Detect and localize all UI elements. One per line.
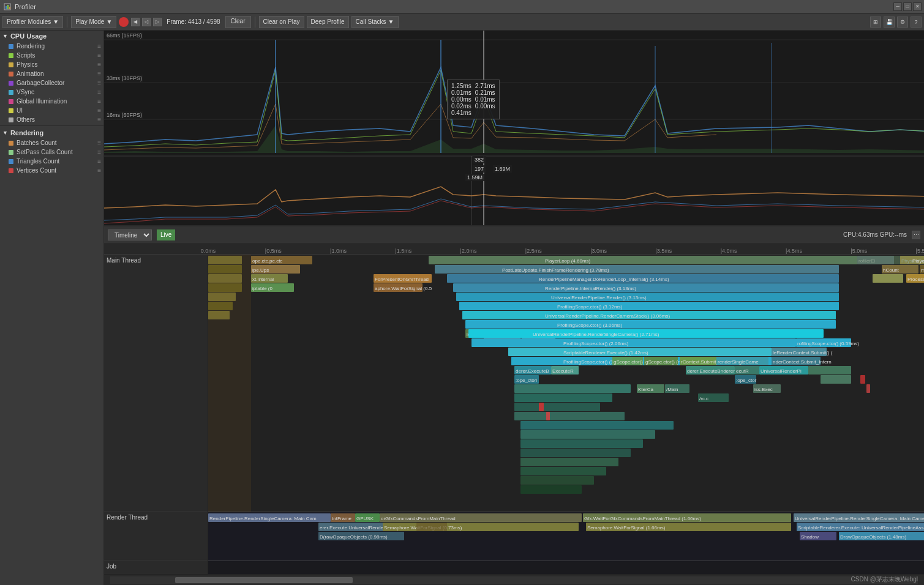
maximize-btn[interactable]: □ xyxy=(903,2,912,11)
record-button[interactable] xyxy=(119,17,129,27)
counter-label-159m: 1.59M xyxy=(465,174,484,181)
ruler-45ms: |4.5ms xyxy=(786,248,802,254)
ui-label: UI xyxy=(17,107,96,114)
ruler-35ms: |3.5ms xyxy=(656,248,672,254)
setpass-color xyxy=(9,150,13,155)
title-bar: Profiler ─ □ ✕ xyxy=(0,0,924,13)
svg-text:PostLateUpdate.FinishFrameRend: PostLateUpdate.FinishFrameRendering (3.7… xyxy=(502,267,609,273)
layout-icon-btn[interactable]: ⊞ xyxy=(870,17,881,28)
gi-menu-icon: ≡ xyxy=(97,98,101,105)
svg-text:derer.ExecuteB: derer.ExecuteB xyxy=(516,368,549,374)
cpu-usage-label: CPU Usage xyxy=(10,32,47,40)
main-thread-label: Main Thread xyxy=(104,255,208,512)
sidebar-item-rendering[interactable]: Rendering ≡ xyxy=(0,42,103,51)
modules-dropdown[interactable]: Profiler Modules ▼ xyxy=(2,16,63,28)
main-layout: ▼ CPU Usage Rendering ≡ Scripts ≡ Physic… xyxy=(0,31,924,585)
minimize-btn[interactable]: ─ xyxy=(893,2,902,11)
sidebar-divider-1 xyxy=(0,125,103,126)
ruler-2ms: |2.0ms xyxy=(460,248,477,254)
horizontal-scrollbar[interactable] xyxy=(110,576,918,584)
svg-text:D(rawOpaqueObjects (0.98ms): D(rawOpaqueObjects (0.98ms) xyxy=(320,534,388,540)
svg-text:ForPresentOnGfxThread: ForPresentOnGfxThread xyxy=(375,277,429,282)
sidebar-item-setpass[interactable]: SetPass Calls Count ≡ xyxy=(0,147,103,157)
rendering-label: Rendering xyxy=(17,43,96,50)
sidebar-item-vsync[interactable]: VSync ≡ xyxy=(0,88,103,97)
svg-text:RenderPipeline.RenderSingleCam: RenderPipeline.RenderSingleCamera: Main … xyxy=(209,516,317,521)
sidebar-item-gi[interactable]: Global Illumination ≡ xyxy=(0,97,103,106)
sidebar: ▼ CPU Usage Rendering ≡ Scripts ≡ Physic… xyxy=(0,31,104,585)
settings-icon-btn[interactable]: ⚙ xyxy=(897,17,908,28)
svg-text:/rc.c: /rc.c xyxy=(699,396,708,401)
svg-text:PlayerLoop (4.60ms): PlayerLoop (4.60ms) xyxy=(545,258,591,264)
svg-rect-2 xyxy=(7,5,9,9)
content-area: 66ms (15FPS) 33ms (30FPS) 16ms (60FPS) 1… xyxy=(104,31,924,585)
svg-rect-131 xyxy=(208,292,236,301)
step-back-btn[interactable]: ◁ xyxy=(142,18,151,26)
call-stacks-btn[interactable]: Call Stacks ▼ xyxy=(351,16,399,28)
close-btn[interactable]: ✕ xyxy=(913,2,922,11)
scrollbar-thumb[interactable] xyxy=(175,577,353,583)
svg-text:Semaphore.WaitForSignal (1.66m: Semaphore.WaitForSignal (1.66ms) xyxy=(587,525,666,531)
chart-area[interactable]: 66ms (15FPS) 33ms (30FPS) 16ms (60FPS) 1… xyxy=(104,31,924,226)
playmode-dropdown[interactable]: Play Mode ▼ xyxy=(71,16,116,28)
svg-text:RenderPipeline.InternalRender(: RenderPipeline.InternalRender() (3.13ms) xyxy=(545,286,636,291)
svg-text:/Main: /Main xyxy=(666,387,678,392)
timeline-content: Main Thread Render Thread Job xyxy=(104,255,924,574)
svg-rect-135 xyxy=(208,512,924,512)
sidebar-item-triangles[interactable]: Triangles Count ≡ xyxy=(0,157,103,166)
sidebar-item-physics[interactable]: Physics ≡ xyxy=(0,60,103,69)
window-title: Profiler xyxy=(15,3,36,10)
svg-rect-35 xyxy=(429,256,857,264)
step-fwd-btn[interactable]: ▷ xyxy=(153,18,162,26)
svg-text:ipe.Ups: ipe.Ups xyxy=(252,267,269,273)
cpu-usage-section-header[interactable]: ▼ CPU Usage xyxy=(0,31,103,42)
svg-text:orGfxCommandsFromMainThread: orGfxCommandsFromMainThread xyxy=(381,516,456,521)
svg-text:ProfilingScope.ctor() (3.12ms): ProfilingScope.ctor() (3.12ms) xyxy=(557,304,623,310)
sidebar-item-others[interactable]: Others ≡ xyxy=(0,115,103,124)
svg-rect-94 xyxy=(514,393,612,402)
svg-text:ProfilingScope.ctor() (3.06ms): ProfilingScope.ctor() (3.06ms) xyxy=(557,322,623,328)
timeline-live-btn[interactable]: Live xyxy=(157,229,175,240)
help-icon-btn[interactable]: ? xyxy=(911,17,922,28)
sidebar-item-scripts[interactable]: Scripts ≡ xyxy=(0,51,103,60)
animation-color xyxy=(9,72,13,76)
svg-rect-43 xyxy=(456,292,839,301)
svg-text:rofilingScope.ctor() (0.59ms): rofilingScope.ctor() (0.59ms) xyxy=(797,341,859,346)
svg-rect-110 xyxy=(821,375,851,384)
svg-rect-49 xyxy=(465,320,836,329)
prev-frame-btn[interactable]: ◀ xyxy=(131,18,140,26)
sidebar-item-vertices[interactable]: Vertices Count ≡ xyxy=(0,166,103,175)
ruler-5ms: |5.0ms xyxy=(851,248,867,254)
svg-rect-41 xyxy=(453,283,839,292)
save-icon-btn[interactable]: 💾 xyxy=(884,17,895,28)
timeline-dropdown[interactable]: Timeline xyxy=(108,229,152,240)
clear-on-play-btn[interactable]: Clear on Play xyxy=(259,16,304,28)
rendering-section-header[interactable]: ▼ Rendering xyxy=(0,127,103,138)
svg-text:ScriptableRenderer.Execute() (: ScriptableRenderer.Execute() (1.42ms) xyxy=(563,350,648,356)
chart-svg xyxy=(104,31,924,225)
timeline-expand-btn[interactable]: ⋯ xyxy=(912,231,920,239)
setpass-label: SetPass Calls Count xyxy=(17,149,96,155)
timeline-tracks[interactable]: ope.ctc.pe.ctc ipe.Ups xt.Internal iptab… xyxy=(208,255,924,574)
sidebar-item-animation[interactable]: Animation ≡ xyxy=(0,69,103,78)
gc-menu-icon: ≡ xyxy=(97,80,101,86)
svg-rect-108 xyxy=(520,485,582,494)
svg-rect-105 xyxy=(520,458,618,466)
svg-rect-1 xyxy=(6,6,7,9)
triangles-label: Triangles Count xyxy=(17,158,96,165)
clear-button[interactable]: Clear xyxy=(225,16,251,28)
sidebar-item-batches[interactable]: Batches Count ≡ xyxy=(0,138,103,147)
svg-rect-3 xyxy=(9,7,10,9)
sidebar-item-gc[interactable]: GarbageCollector ≡ xyxy=(0,78,103,88)
fps-label-15: 66ms (15FPS) xyxy=(105,32,143,39)
timeline-svg: ope.ctc.pe.ctc ipe.Ups xt.Internal iptab… xyxy=(208,255,924,574)
svg-rect-127 xyxy=(208,256,242,264)
deep-profile-btn[interactable]: Deep Profile xyxy=(307,16,349,28)
svg-rect-93 xyxy=(514,384,631,393)
toolbar-sep-1 xyxy=(67,17,67,28)
svg-text::ope_ctori: :ope_ctori xyxy=(516,378,537,383)
watermark: CSDN @茅志末晚Webgl xyxy=(851,575,918,584)
sidebar-item-ui[interactable]: UI ≡ xyxy=(0,106,103,115)
svg-text:gScope.ctor() (ng: gScope.ctor() (ng xyxy=(645,359,683,365)
counter-label-169m: 1.69M xyxy=(493,165,512,173)
